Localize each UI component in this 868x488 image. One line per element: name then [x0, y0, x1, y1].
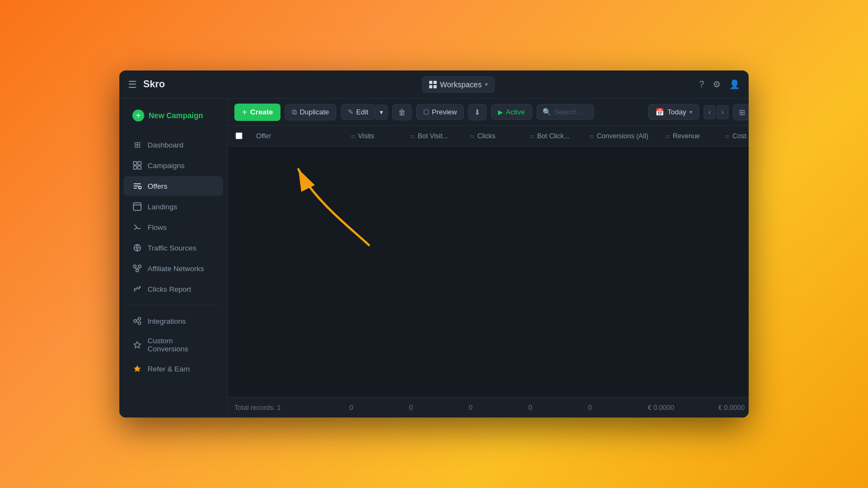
dashboard-icon: ⊞: [132, 140, 142, 150]
date-nav-arrows: ‹ ›: [704, 105, 729, 119]
columns-icon: ⊞: [739, 108, 745, 117]
sidebar-item-refer-earn[interactable]: Refer & Earn: [124, 359, 223, 378]
col-header-conversions[interactable]: ⚌ Conversions (All): [583, 132, 659, 140]
trash-icon: 🗑: [398, 108, 406, 117]
sidebar-item-integrations[interactable]: Integrations: [124, 311, 223, 331]
integrations-icon: [132, 316, 142, 326]
sidebar-item-clicks-report[interactable]: Clicks Report: [124, 279, 223, 299]
sidebar-item-campaigns[interactable]: Campaigns: [124, 156, 223, 175]
download-button[interactable]: ⬇: [468, 104, 487, 120]
date-picker-button[interactable]: 📅 Today ▾: [648, 104, 699, 120]
footer-values: 0 0 0 0 0 € 0.0000 € 0.0000: [343, 404, 749, 412]
plus-circle-icon: +: [132, 110, 144, 121]
duplicate-button[interactable]: ⧉ Duplicate: [285, 104, 336, 120]
svg-point-4: [139, 187, 142, 189]
campaigns-icon: [132, 160, 142, 170]
calendar-icon: 📅: [655, 108, 664, 116]
col-header-bot-visits[interactable]: ⚌ Bot Visit...: [404, 132, 463, 140]
sidebar-item-traffic-sources[interactable]: Traffic Sources: [124, 238, 223, 258]
delete-button[interactable]: 🗑: [392, 104, 412, 120]
select-all-checkbox[interactable]: [228, 132, 250, 139]
footer-val-0: 0: [343, 404, 403, 412]
new-campaign-button[interactable]: + New Campaign: [126, 105, 221, 126]
svg-point-10: [139, 286, 141, 288]
footer-val-2: 0: [462, 404, 522, 412]
toolbar: + Create ⧉ Duplicate ✎ Edit ▾ 🗑 ⬡: [228, 99, 749, 126]
help-icon[interactable]: ?: [699, 80, 704, 89]
svg-rect-8: [138, 265, 141, 267]
play-icon: ▶: [498, 108, 503, 116]
table-header: Offer ⚌ Visits ⚌ Bot Visit... ⚌ Clicks: [228, 126, 749, 146]
topbar-left: ☰ Skro: [128, 79, 231, 91]
clicks-report-icon: [132, 284, 142, 294]
edit-button[interactable]: ✎ Edit: [341, 104, 375, 120]
preview-icon: ⬡: [423, 108, 429, 116]
table-container: Offer ⚌ Visits ⚌ Bot Visit... ⚌ Clicks: [228, 126, 749, 146]
svg-rect-0: [133, 162, 137, 165]
svg-point-12: [138, 318, 141, 320]
active-button[interactable]: ▶ Active: [491, 104, 532, 120]
sidebar-item-flows[interactable]: Flows: [124, 217, 223, 237]
filter-icon: ⚌: [470, 133, 475, 139]
search-input[interactable]: [554, 108, 588, 116]
sidebar-item-dashboard[interactable]: ⊞ Dashboard: [124, 135, 223, 155]
col-header-visits[interactable]: ⚌ Visits: [344, 132, 404, 140]
footer-val-6: € 0.0000: [712, 404, 749, 412]
col-header-clicks[interactable]: ⚌ Clicks: [463, 132, 523, 140]
footer-val-5: € 0.0000: [641, 404, 712, 412]
duplicate-icon: ⧉: [292, 108, 297, 117]
sidebar-item-affiliate-networks[interactable]: Affiliate Networks: [124, 259, 223, 278]
view-toggle-button[interactable]: ⊞: [733, 104, 749, 120]
user-icon[interactable]: 👤: [729, 79, 740, 89]
app-logo: Skro: [143, 79, 165, 90]
topbar: ☰ Skro Workspaces ▾ ? ⚙ 👤: [119, 70, 749, 99]
prev-date-button[interactable]: ‹: [704, 105, 716, 119]
offers-icon: [132, 181, 142, 191]
annotation-arrow: [282, 158, 391, 256]
footer-val-1: 0: [403, 404, 462, 412]
col-header-bot-clicks[interactable]: ⚌ Bot Click...: [523, 132, 583, 140]
download-icon: ⬇: [474, 108, 481, 117]
col-header-offer[interactable]: Offer: [250, 132, 344, 140]
filter-icon: ⚌: [589, 133, 594, 139]
col-header-cost[interactable]: ⚌ Cost: [718, 132, 749, 140]
edit-icon: ✎: [348, 108, 354, 116]
topbar-center: Workspaces ▾: [231, 76, 686, 93]
svg-rect-5: [133, 203, 141, 210]
content-wrapper: Offer ⚌ Visits ⚌ Bot Visit... ⚌ Clicks: [228, 126, 749, 397]
grid-icon: [429, 81, 437, 88]
svg-rect-2: [133, 166, 137, 169]
preview-button[interactable]: ⬡ Preview: [416, 104, 464, 120]
settings-icon[interactable]: ⚙: [713, 79, 720, 89]
traffic-icon: [132, 243, 142, 253]
filter-icon: ⚌: [410, 133, 415, 139]
flows-icon: [132, 222, 142, 232]
next-date-button[interactable]: ›: [717, 105, 729, 119]
select-all-input[interactable]: [235, 132, 242, 139]
sidebar-item-offers[interactable]: Offers: [124, 176, 223, 196]
svg-rect-3: [138, 166, 141, 169]
search-field: 🔍: [537, 104, 594, 120]
workspaces-button[interactable]: Workspaces ▾: [422, 76, 495, 93]
footer-val-4: 0: [582, 404, 641, 412]
filter-icon: ⚌: [665, 133, 670, 139]
create-button[interactable]: + Create: [234, 104, 280, 121]
content-area: + Create ⧉ Duplicate ✎ Edit ▾ 🗑 ⬡: [228, 99, 749, 418]
svg-point-11: [134, 320, 137, 323]
col-header-revenue[interactable]: ⚌ Revenue: [659, 132, 718, 140]
filter-icon: ⚌: [529, 133, 534, 139]
sidebar: + New Campaign ⊞ Dashboard Campaigns: [119, 99, 228, 418]
app-window: ☰ Skro Workspaces ▾ ? ⚙ 👤 + New Campaign: [119, 70, 749, 418]
svg-rect-9: [136, 269, 139, 272]
search-icon: 🔍: [542, 108, 551, 116]
edit-dropdown-button[interactable]: ▾: [375, 105, 388, 120]
menu-icon[interactable]: ☰: [128, 79, 137, 91]
sidebar-item-landings[interactable]: Landings: [124, 197, 223, 216]
table-footer: Total records: 1 0 0 0 0 0 € 0.0000 € 0.…: [228, 397, 749, 418]
svg-rect-1: [138, 162, 141, 165]
sidebar-item-custom-conversions[interactable]: Custom Conversions: [124, 332, 223, 358]
landings-icon: [132, 202, 142, 211]
topbar-right: ? ⚙ 👤: [686, 79, 740, 89]
svg-rect-7: [133, 265, 136, 267]
total-records: Total records: 1: [234, 404, 343, 412]
